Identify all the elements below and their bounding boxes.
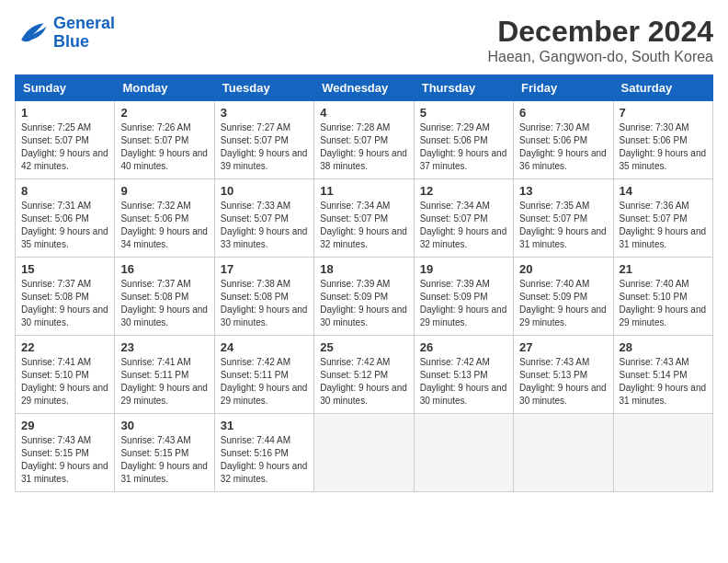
day-number: 13 [519, 184, 607, 198]
day-number: 5 [420, 106, 507, 120]
day-number: 19 [420, 262, 507, 276]
day-number: 20 [519, 262, 607, 276]
day-info: Sunrise: 7:41 AMSunset: 5:10 PMDaylight:… [21, 356, 108, 408]
day-number: 21 [620, 262, 707, 276]
day-info: Sunrise: 7:25 AMSunset: 5:07 PMDaylight:… [21, 121, 108, 173]
day-number: 2 [120, 106, 208, 120]
day-info: Sunrise: 7:30 AMSunset: 5:06 PMDaylight:… [620, 121, 707, 173]
calendar-cell: 28 Sunrise: 7:43 AMSunset: 5:14 PMDaylig… [613, 336, 712, 414]
day-info: Sunrise: 7:42 AMSunset: 5:11 PMDaylight:… [221, 356, 308, 408]
day-info: Sunrise: 7:42 AMSunset: 5:13 PMDaylight:… [420, 356, 507, 408]
calendar-cell: 7 Sunrise: 7:30 AMSunset: 5:06 PMDayligh… [613, 101, 712, 179]
calendar-cell: 18 Sunrise: 7:39 AMSunset: 5:09 PMDaylig… [314, 258, 414, 336]
calendar-cell: 14 Sunrise: 7:36 AMSunset: 5:07 PMDaylig… [613, 179, 712, 258]
day-info: Sunrise: 7:31 AMSunset: 5:06 PMDaylight:… [21, 200, 108, 251]
calendar-cell: 15 Sunrise: 7:37 AMSunset: 5:08 PMDaylig… [16, 258, 115, 336]
day-info: Sunrise: 7:40 AMSunset: 5:09 PMDaylight:… [519, 278, 607, 329]
day-number: 11 [320, 184, 407, 198]
day-number: 31 [221, 419, 308, 432]
logo-text: General Blue [53, 15, 115, 52]
day-info: Sunrise: 7:34 AMSunset: 5:07 PMDaylight:… [420, 200, 507, 251]
calendar-cell: 12 Sunrise: 7:34 AMSunset: 5:07 PMDaylig… [414, 179, 513, 258]
day-info: Sunrise: 7:39 AMSunset: 5:09 PMDaylight:… [320, 278, 407, 329]
calendar-cell: 8 Sunrise: 7:31 AMSunset: 5:06 PMDayligh… [16, 179, 115, 258]
calendar-cell: 17 Sunrise: 7:38 AMSunset: 5:08 PMDaylig… [214, 258, 313, 336]
day-number: 16 [120, 262, 208, 276]
day-info: Sunrise: 7:43 AMSunset: 5:15 PMDaylight:… [21, 434, 108, 486]
calendar-table: SundayMondayTuesdayWednesdayThursdayFrid… [15, 75, 713, 492]
calendar-cell: 20 Sunrise: 7:40 AMSunset: 5:09 PMDaylig… [514, 258, 613, 336]
title-section: December 2024 Haean, Gangwon-do, South K… [488, 15, 714, 65]
header-wednesday: Wednesday [314, 75, 414, 101]
day-info: Sunrise: 7:41 AMSunset: 5:11 PMDaylight:… [120, 356, 208, 408]
day-info: Sunrise: 7:37 AMSunset: 5:08 PMDaylight:… [120, 278, 208, 329]
day-number: 7 [620, 106, 707, 120]
day-info: Sunrise: 7:26 AMSunset: 5:07 PMDaylight:… [120, 121, 208, 173]
calendar-cell: 9 Sunrise: 7:32 AMSunset: 5:06 PMDayligh… [115, 179, 214, 258]
calendar-cell: 3 Sunrise: 7:27 AMSunset: 5:07 PMDayligh… [214, 101, 313, 179]
day-info: Sunrise: 7:34 AMSunset: 5:07 PMDaylight:… [320, 200, 407, 251]
day-info: Sunrise: 7:32 AMSunset: 5:06 PMDaylight:… [120, 200, 208, 251]
header-thursday: Thursday [414, 75, 513, 101]
calendar-cell [314, 414, 414, 492]
day-number: 30 [120, 419, 208, 432]
day-info: Sunrise: 7:30 AMSunset: 5:06 PMDaylight:… [519, 121, 607, 173]
day-info: Sunrise: 7:44 AMSunset: 5:16 PMDaylight:… [221, 434, 308, 486]
day-info: Sunrise: 7:39 AMSunset: 5:09 PMDaylight:… [420, 278, 507, 329]
day-info: Sunrise: 7:33 AMSunset: 5:07 PMDaylight:… [221, 200, 308, 251]
day-number: 26 [420, 340, 507, 354]
day-number: 25 [320, 340, 407, 354]
day-number: 17 [221, 262, 308, 276]
calendar-week-row: 29 Sunrise: 7:43 AMSunset: 5:15 PMDaylig… [16, 414, 713, 492]
header-saturday: Saturday [613, 75, 712, 101]
day-number: 14 [620, 184, 707, 198]
day-number: 12 [420, 184, 507, 198]
day-number: 27 [519, 340, 607, 354]
day-info: Sunrise: 7:43 AMSunset: 5:13 PMDaylight:… [519, 356, 607, 408]
calendar-week-row: 1 Sunrise: 7:25 AMSunset: 5:07 PMDayligh… [16, 101, 713, 179]
header-sunday: Sunday [16, 75, 115, 101]
calendar-cell: 27 Sunrise: 7:43 AMSunset: 5:13 PMDaylig… [514, 336, 613, 414]
calendar-cell: 16 Sunrise: 7:37 AMSunset: 5:08 PMDaylig… [115, 258, 214, 336]
calendar-cell: 5 Sunrise: 7:29 AMSunset: 5:06 PMDayligh… [414, 101, 513, 179]
day-number: 8 [21, 184, 108, 198]
calendar-cell: 30 Sunrise: 7:43 AMSunset: 5:15 PMDaylig… [115, 414, 214, 492]
day-info: Sunrise: 7:43 AMSunset: 5:15 PMDaylight:… [120, 434, 208, 486]
day-number: 1 [21, 106, 108, 120]
day-number: 24 [221, 340, 308, 354]
calendar-week-row: 22 Sunrise: 7:41 AMSunset: 5:10 PMDaylig… [16, 336, 713, 414]
calendar-cell: 25 Sunrise: 7:42 AMSunset: 5:12 PMDaylig… [314, 336, 414, 414]
day-number: 10 [221, 184, 308, 198]
calendar-cell: 1 Sunrise: 7:25 AMSunset: 5:07 PMDayligh… [16, 101, 115, 179]
day-info: Sunrise: 7:38 AMSunset: 5:08 PMDaylight:… [221, 278, 308, 329]
day-info: Sunrise: 7:35 AMSunset: 5:07 PMDaylight:… [519, 200, 607, 251]
day-number: 18 [320, 262, 407, 276]
calendar-cell: 29 Sunrise: 7:43 AMSunset: 5:15 PMDaylig… [16, 414, 115, 492]
calendar-cell: 22 Sunrise: 7:41 AMSunset: 5:10 PMDaylig… [16, 336, 115, 414]
header-tuesday: Tuesday [214, 75, 313, 101]
calendar-week-row: 15 Sunrise: 7:37 AMSunset: 5:08 PMDaylig… [16, 258, 713, 336]
calendar-cell: 13 Sunrise: 7:35 AMSunset: 5:07 PMDaylig… [514, 179, 613, 258]
day-info: Sunrise: 7:40 AMSunset: 5:10 PMDaylight:… [620, 278, 707, 329]
day-info: Sunrise: 7:43 AMSunset: 5:14 PMDaylight:… [620, 356, 707, 408]
calendar-cell: 21 Sunrise: 7:40 AMSunset: 5:10 PMDaylig… [613, 258, 712, 336]
calendar-cell: 19 Sunrise: 7:39 AMSunset: 5:09 PMDaylig… [414, 258, 513, 336]
day-number: 3 [221, 106, 308, 120]
day-number: 6 [519, 106, 607, 120]
day-info: Sunrise: 7:37 AMSunset: 5:08 PMDaylight:… [21, 278, 108, 329]
month-title: December 2024 [488, 15, 714, 49]
day-number: 9 [120, 184, 208, 198]
calendar-cell: 24 Sunrise: 7:42 AMSunset: 5:11 PMDaylig… [214, 336, 313, 414]
day-number: 4 [320, 106, 407, 120]
calendar-cell [613, 414, 712, 492]
calendar-cell: 23 Sunrise: 7:41 AMSunset: 5:11 PMDaylig… [115, 336, 214, 414]
calendar-cell: 10 Sunrise: 7:33 AMSunset: 5:07 PMDaylig… [214, 179, 313, 258]
day-number: 29 [21, 419, 108, 432]
calendar-cell: 31 Sunrise: 7:44 AMSunset: 5:16 PMDaylig… [214, 414, 313, 492]
header-friday: Friday [514, 75, 613, 101]
calendar-cell [414, 414, 513, 492]
day-info: Sunrise: 7:36 AMSunset: 5:07 PMDaylight:… [620, 200, 707, 251]
day-number: 23 [120, 340, 208, 354]
day-number: 28 [620, 340, 707, 354]
calendar-cell: 4 Sunrise: 7:28 AMSunset: 5:07 PMDayligh… [314, 101, 414, 179]
